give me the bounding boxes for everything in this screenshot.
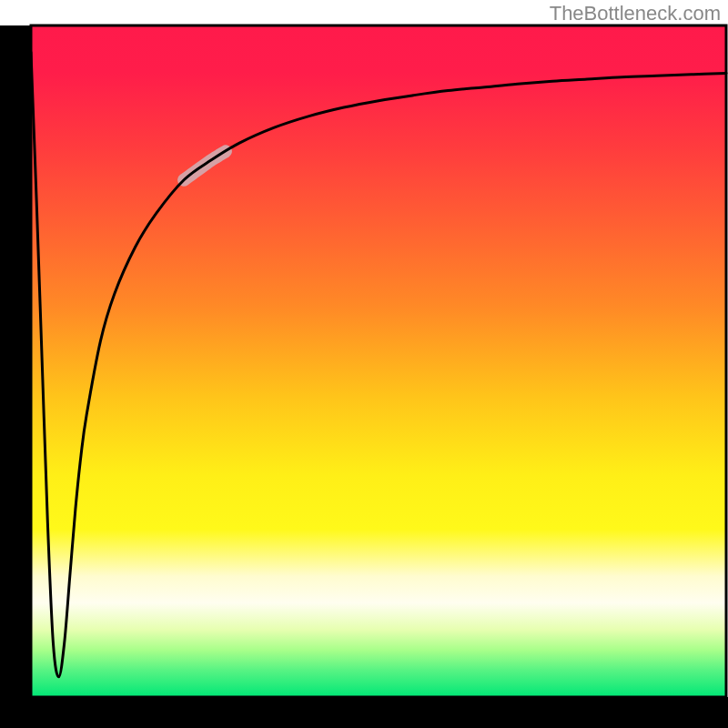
plot-background: [31, 25, 726, 697]
bottleneck-chart: [0, 0, 728, 728]
x-axis-bar: [0, 697, 728, 728]
watermark-text: TheBottleneck.com: [550, 2, 721, 25]
chart-container: TheBottleneck.com: [0, 0, 728, 728]
y-axis-bar: [0, 25, 31, 728]
